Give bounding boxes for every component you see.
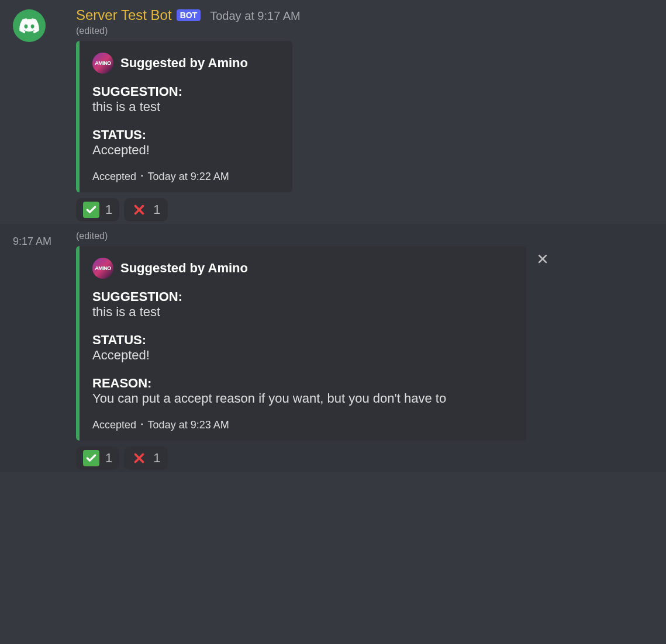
chat-message: Server Test Bot BOT Today at 9:17 AM (ed… xyxy=(0,0,666,224)
embed-field-title: STATUS: xyxy=(92,333,513,348)
reaction-cross[interactable]: 1 xyxy=(124,446,167,470)
discord-icon xyxy=(19,18,39,33)
embed-field-title: SUGGESTION: xyxy=(92,289,513,304)
chat-message: 9:17 AM (edited) AMINO Suggested by Amin… xyxy=(0,224,666,472)
embed-footer: Accepted ▪ Today at 9:22 AM xyxy=(92,171,279,183)
author-avatar: AMINO xyxy=(92,53,113,74)
embed-field-value: You can put a accept reason if you want,… xyxy=(92,391,513,406)
embed-field-value: this is a test xyxy=(92,99,279,115)
username[interactable]: Server Test Bot xyxy=(76,7,172,23)
check-icon xyxy=(83,202,99,218)
embed-footer: Accepted ▪ Today at 9:23 AM xyxy=(92,419,513,431)
footer-separator: ▪ xyxy=(141,172,143,179)
embed-card: AMINO Suggested by Amino SUGGESTION: thi… xyxy=(76,41,292,192)
embed-field-value: Accepted! xyxy=(92,348,513,363)
bot-avatar[interactable] xyxy=(13,9,46,42)
embed-field-value: Accepted! xyxy=(92,143,279,158)
edited-indicator: (edited) xyxy=(76,231,657,241)
reaction-cross[interactable]: 1 xyxy=(124,198,167,221)
author-avatar: AMINO xyxy=(92,258,113,279)
embed-author-name: Suggested by Amino xyxy=(120,56,248,71)
embed-card: AMINO Suggested by Amino SUGGESTION: thi… xyxy=(76,246,526,441)
embed-field-title: SUGGESTION: xyxy=(92,84,279,99)
close-icon[interactable] xyxy=(536,252,550,266)
embed-field-title: REASON: xyxy=(92,376,513,391)
footer-time: Today at 9:22 AM xyxy=(148,171,229,183)
message-side-timestamp: 9:17 AM xyxy=(13,236,51,248)
reactions-row: 1 1 xyxy=(76,198,657,221)
cross-icon xyxy=(131,202,147,218)
embed-field-title: STATUS: xyxy=(92,127,279,143)
edited-indicator: (edited) xyxy=(76,26,657,36)
check-icon xyxy=(83,450,99,466)
embed-field-value: this is a test xyxy=(92,304,513,320)
embed-author-name: Suggested by Amino xyxy=(120,261,248,276)
reaction-check[interactable]: 1 xyxy=(76,198,119,221)
message-timestamp: Today at 9:17 AM xyxy=(210,9,301,23)
embed-author: AMINO Suggested by Amino xyxy=(92,53,279,74)
message-header: Server Test Bot BOT Today at 9:17 AM xyxy=(76,7,657,23)
footer-time: Today at 9:23 AM xyxy=(148,419,229,431)
reaction-count: 1 xyxy=(105,451,112,466)
reaction-count: 1 xyxy=(153,202,160,217)
bot-badge: BOT xyxy=(177,9,201,21)
reaction-check[interactable]: 1 xyxy=(76,446,119,470)
embed-author: AMINO Suggested by Amino xyxy=(92,258,513,279)
reaction-count: 1 xyxy=(105,202,112,217)
footer-status: Accepted xyxy=(92,171,136,183)
reaction-count: 1 xyxy=(153,451,160,466)
cross-icon xyxy=(131,450,147,466)
reactions-row: 1 1 xyxy=(76,446,657,470)
footer-separator: ▪ xyxy=(141,421,143,427)
footer-status: Accepted xyxy=(92,419,136,431)
